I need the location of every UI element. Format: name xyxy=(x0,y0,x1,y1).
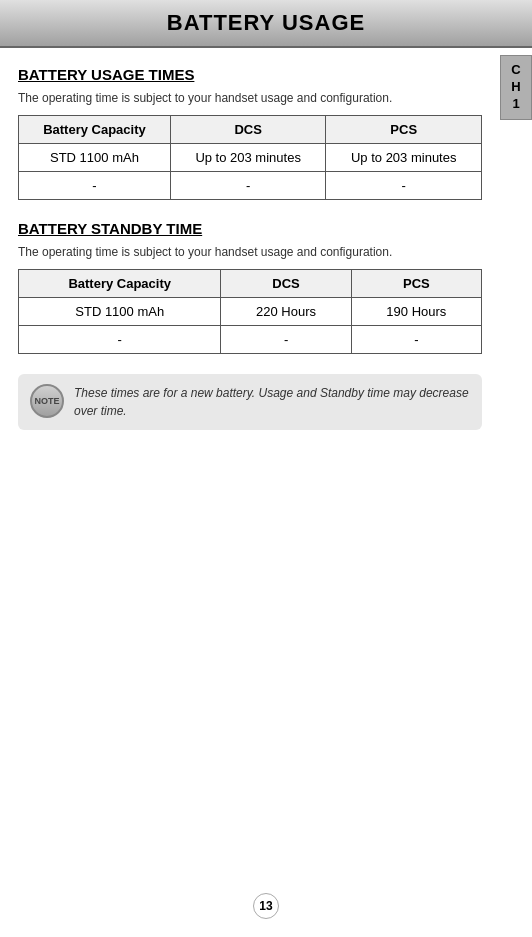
col-header-capacity: Battery Capacity xyxy=(19,116,171,144)
standby-cell-dcs-2: - xyxy=(221,326,351,354)
standby-time-table: Battery Capacity DCS PCS STD 1100 mAh 22… xyxy=(18,269,482,354)
page-header: BATTERY USAGE xyxy=(0,0,532,48)
chapter-line1: C xyxy=(511,62,520,77)
chapter-tab: C H 1 xyxy=(500,55,532,120)
chapter-line3: 1 xyxy=(512,96,519,111)
standby-col-header-capacity: Battery Capacity xyxy=(19,270,221,298)
standby-col-header-pcs: PCS xyxy=(351,270,481,298)
standby-col-header-dcs: DCS xyxy=(221,270,351,298)
col-header-dcs: DCS xyxy=(170,116,326,144)
standby-table-header-row: Battery Capacity DCS PCS xyxy=(19,270,482,298)
table-row: STD 1100 mAh Up to 203 minutes Up to 203… xyxy=(19,144,482,172)
cell-capacity-2: - xyxy=(19,172,171,200)
chapter-line2: H xyxy=(511,79,520,94)
main-content: BATTERY USAGE TIMES The operating time i… xyxy=(0,48,532,448)
standby-time-subtext: The operating time is subject to your ha… xyxy=(18,245,482,259)
standby-cell-pcs-2: - xyxy=(351,326,481,354)
col-header-pcs: PCS xyxy=(326,116,482,144)
note-text: These times are for a new battery. Usage… xyxy=(74,384,470,420)
usage-times-heading: BATTERY USAGE TIMES xyxy=(18,66,482,83)
cell-dcs-2: - xyxy=(170,172,326,200)
table-row: STD 1100 mAh 220 Hours 190 Hours xyxy=(19,298,482,326)
cell-pcs-2: - xyxy=(326,172,482,200)
note-icon: NOTE xyxy=(30,384,64,418)
standby-cell-dcs-1: 220 Hours xyxy=(221,298,351,326)
table-header-row: Battery Capacity DCS PCS xyxy=(19,116,482,144)
usage-times-table: Battery Capacity DCS PCS STD 1100 mAh Up… xyxy=(18,115,482,200)
note-box: NOTE These times are for a new battery. … xyxy=(18,374,482,430)
standby-cell-capacity-2: - xyxy=(19,326,221,354)
cell-pcs-1: Up to 203 minutes xyxy=(326,144,482,172)
page-number: 13 xyxy=(253,893,279,919)
cell-dcs-1: Up to 203 minutes xyxy=(170,144,326,172)
standby-cell-pcs-1: 190 Hours xyxy=(351,298,481,326)
usage-times-subtext: The operating time is subject to your ha… xyxy=(18,91,482,105)
page-title: BATTERY USAGE xyxy=(167,10,365,35)
table-row: - - - xyxy=(19,326,482,354)
table-row: - - - xyxy=(19,172,482,200)
standby-time-heading: BATTERY STANDBY TIME xyxy=(18,220,482,237)
standby-cell-capacity-1: STD 1100 mAh xyxy=(19,298,221,326)
cell-capacity-1: STD 1100 mAh xyxy=(19,144,171,172)
note-icon-label: NOTE xyxy=(34,396,59,406)
